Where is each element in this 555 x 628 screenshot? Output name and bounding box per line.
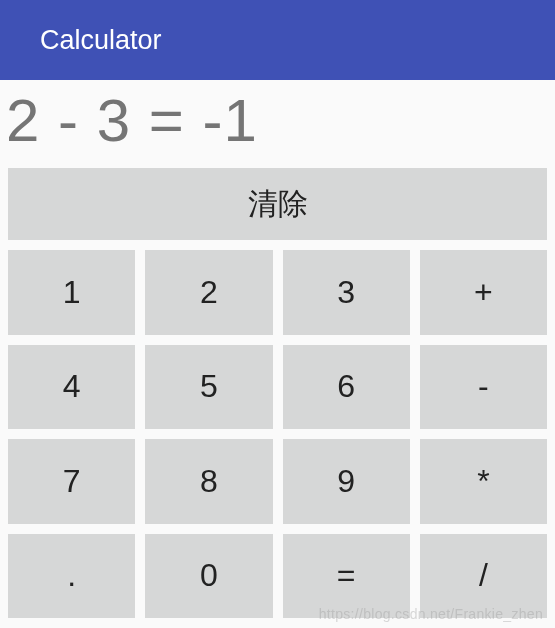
key-equals[interactable]: = [283,534,410,619]
key-minus[interactable]: - [420,345,547,430]
key-dot[interactable]: . [8,534,135,619]
app-bar: Calculator [0,0,555,80]
key-3[interactable]: 3 [283,250,410,335]
key-9[interactable]: 9 [283,439,410,524]
key-plus[interactable]: + [420,250,547,335]
key-6[interactable]: 6 [283,345,410,430]
key-grid: 1 2 3 + 4 5 6 - 7 8 9 * . 0 = / [8,250,547,618]
key-divide[interactable]: / [420,534,547,619]
key-multiply[interactable]: * [420,439,547,524]
calculator-display: 2 - 3 = -1 [0,80,555,164]
key-8[interactable]: 8 [145,439,272,524]
app-title: Calculator [40,25,162,56]
key-1[interactable]: 1 [8,250,135,335]
key-0[interactable]: 0 [145,534,272,619]
key-5[interactable]: 5 [145,345,272,430]
key-2[interactable]: 2 [145,250,272,335]
clear-row: 清除 [8,168,547,240]
display-expression: 2 - 3 = -1 [6,87,258,154]
key-7[interactable]: 7 [8,439,135,524]
clear-button[interactable]: 清除 [8,168,547,240]
key-4[interactable]: 4 [8,345,135,430]
keypad: 清除 1 2 3 + 4 5 6 - 7 8 9 * . 0 = / [0,164,555,626]
